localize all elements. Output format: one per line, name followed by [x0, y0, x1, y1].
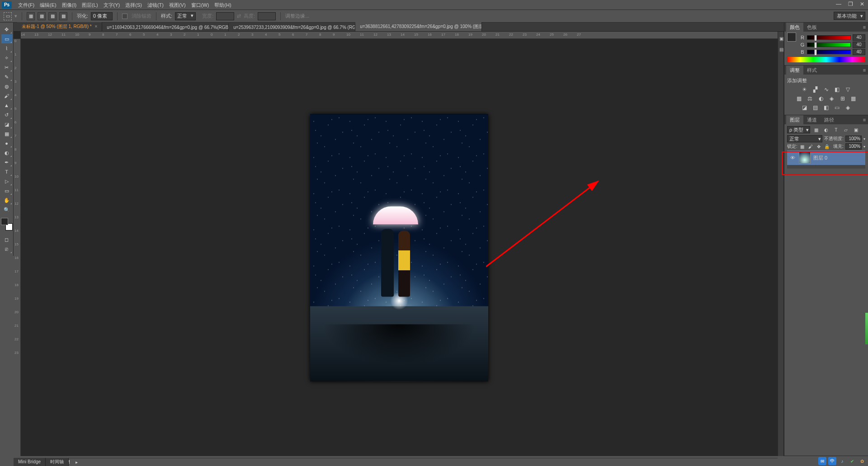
- photo-filter-icon[interactable]: ◈: [828, 95, 836, 102]
- eyedropper-tool-icon[interactable]: ✎: [1, 72, 12, 81]
- menu-window[interactable]: 窗口(W): [189, 0, 212, 10]
- gradient-map-icon[interactable]: ▭: [833, 104, 841, 111]
- value-g[interactable]: 40: [853, 42, 865, 48]
- menu-layer[interactable]: 图层(L): [79, 0, 100, 10]
- canvas-viewport[interactable]: [21, 39, 778, 456]
- bw-icon[interactable]: ◐: [817, 95, 825, 102]
- minimize-button[interactable]: —: [833, 0, 844, 8]
- ruler-horizontal[interactable]: 1413121110987654321012345678910111213141…: [21, 32, 778, 39]
- zoom-tool-icon[interactable]: 🔍: [1, 205, 12, 214]
- posterize-icon[interactable]: ▤: [811, 104, 820, 111]
- visibility-toggle-icon[interactable]: 👁: [789, 154, 796, 161]
- healing-tool-icon[interactable]: ◍: [1, 82, 12, 91]
- layer-filter-type[interactable]: ρ 类型▾: [787, 126, 810, 133]
- hsl-icon[interactable]: ▦: [795, 95, 803, 102]
- history-panel-icon[interactable]: ▣: [778, 34, 784, 42]
- slider-r[interactable]: [807, 35, 851, 40]
- selective-color-icon[interactable]: ◈: [844, 104, 852, 111]
- canvas[interactable]: [310, 114, 488, 381]
- panel-fg-swatch[interactable]: [787, 33, 796, 42]
- filter-smart-icon[interactable]: ▣: [852, 126, 860, 133]
- selection-add-icon[interactable]: ▦: [38, 12, 46, 20]
- status-arrow-icon[interactable]: ▸: [75, 460, 78, 465]
- document-tab[interactable]: 未标题-1 @ 50% (图层 1, RGB/8) *: [17, 22, 102, 31]
- layer-name[interactable]: 图层 0: [813, 155, 827, 161]
- color-balance-icon[interactable]: ⚖: [806, 95, 814, 102]
- document-tab[interactable]: u=3638812661,4278309225&fm=26&gp=0.jpg @…: [355, 22, 482, 31]
- brush-tool-icon[interactable]: 🖌: [1, 91, 12, 100]
- antialias-checkbox[interactable]: [122, 14, 127, 19]
- gradient-tool-icon[interactable]: ▦: [1, 129, 12, 138]
- tab-mini-bridge[interactable]: Mini Bridge: [14, 458, 46, 466]
- path-select-tool-icon[interactable]: ▷: [1, 177, 12, 186]
- actions-panel-icon[interactable]: ▤: [778, 45, 784, 53]
- slider-g[interactable]: [807, 42, 851, 47]
- lasso-tool-icon[interactable]: ⌇: [1, 44, 12, 53]
- type-tool-icon[interactable]: T: [1, 167, 12, 176]
- tab-channels[interactable]: 通道: [803, 115, 821, 124]
- refine-edge-button[interactable]: 调整边缘...: [285, 13, 309, 19]
- panel-menu-icon[interactable]: ≡: [861, 67, 868, 73]
- exposure-icon[interactable]: ◧: [833, 86, 841, 93]
- fill-input[interactable]: 100%: [845, 143, 862, 150]
- tab-color[interactable]: 颜色: [786, 23, 803, 32]
- menu-view[interactable]: 视图(V): [166, 0, 189, 10]
- curves-icon[interactable]: ∿: [822, 86, 830, 93]
- selection-intersect-icon[interactable]: ▦: [59, 12, 67, 20]
- marquee-tool-icon[interactable]: ▭: [1, 34, 12, 43]
- panel-dock-strip[interactable]: ▣ ▤: [778, 32, 784, 456]
- invert-icon[interactable]: ◪: [801, 104, 809, 111]
- restore-button[interactable]: ❐: [844, 0, 856, 8]
- tab-adjustments[interactable]: 调整: [786, 66, 803, 75]
- ruler-vertical[interactable]: 01234567891011121314151617181920212223: [14, 39, 21, 456]
- value-r[interactable]: 40: [853, 34, 865, 41]
- lock-all-icon[interactable]: 🔒: [824, 143, 830, 150]
- menu-type[interactable]: 文字(Y): [101, 0, 123, 10]
- tab-paths[interactable]: 路径: [821, 115, 838, 124]
- menu-image[interactable]: 图像(I): [59, 0, 79, 10]
- close-button[interactable]: ✕: [856, 0, 868, 8]
- filter-adjust-icon[interactable]: ◐: [822, 126, 830, 133]
- pen-tool-icon[interactable]: ✒: [1, 158, 12, 167]
- crop-tool-icon[interactable]: ✂: [1, 63, 12, 72]
- menu-select[interactable]: 选择(S): [123, 0, 145, 10]
- spectrum-bar[interactable]: [787, 57, 865, 62]
- panel-menu-icon[interactable]: ≡: [861, 24, 868, 30]
- screenmode-icon[interactable]: ⎚: [1, 245, 12, 254]
- feather-input[interactable]: [91, 12, 113, 20]
- lock-pos-icon[interactable]: ✥: [816, 143, 822, 150]
- hand-tool-icon[interactable]: ✋: [1, 196, 12, 205]
- tray-security-icon[interactable]: ✔: [848, 457, 856, 465]
- menu-edit[interactable]: 编辑(E): [37, 0, 59, 10]
- layer-thumbnail[interactable]: [799, 152, 811, 164]
- menu-file[interactable]: 文件(F): [15, 0, 37, 10]
- panel-menu-icon[interactable]: ≡: [861, 117, 868, 122]
- opacity-input[interactable]: 100%: [845, 136, 862, 142]
- levels-icon[interactable]: ▞: [811, 86, 820, 93]
- selection-new-icon[interactable]: ▦: [27, 12, 35, 20]
- dodge-tool-icon[interactable]: ◐: [1, 148, 12, 157]
- tab-swatches[interactable]: 色板: [803, 23, 821, 32]
- lock-trans-icon[interactable]: ▦: [799, 143, 806, 150]
- menu-help[interactable]: 帮助(H): [212, 0, 234, 10]
- selection-subtract-icon[interactable]: ▦: [48, 12, 57, 20]
- style-select[interactable]: 正常 ▾: [175, 12, 196, 20]
- color-swatch-control[interactable]: [1, 218, 13, 231]
- menu-filter[interactable]: 滤镜(T): [145, 0, 166, 10]
- lut-icon[interactable]: ▦: [849, 95, 858, 102]
- filter-type-icon[interactable]: T: [832, 126, 840, 133]
- shape-tool-icon[interactable]: ▭: [1, 186, 12, 195]
- history-brush-tool-icon[interactable]: ↺: [1, 110, 12, 119]
- chan-mixer-icon[interactable]: ⊞: [839, 95, 847, 102]
- lock-paint-icon[interactable]: 🖌: [807, 143, 814, 150]
- ime-indicator[interactable]: 中: [828, 457, 836, 465]
- blur-tool-icon[interactable]: ●: [1, 139, 12, 148]
- tray-message-icon[interactable]: ✉: [818, 457, 826, 465]
- filter-pixel-icon[interactable]: ▦: [812, 126, 820, 133]
- tab-timeline[interactable]: 时间轴: [46, 458, 69, 466]
- value-b[interactable]: 40: [853, 49, 865, 55]
- threshold-icon[interactable]: ◧: [822, 104, 830, 111]
- layer-row[interactable]: 👁 图层 0: [787, 151, 865, 165]
- tab-styles[interactable]: 样式: [803, 66, 821, 75]
- tray-music-icon[interactable]: ♪: [838, 457, 846, 465]
